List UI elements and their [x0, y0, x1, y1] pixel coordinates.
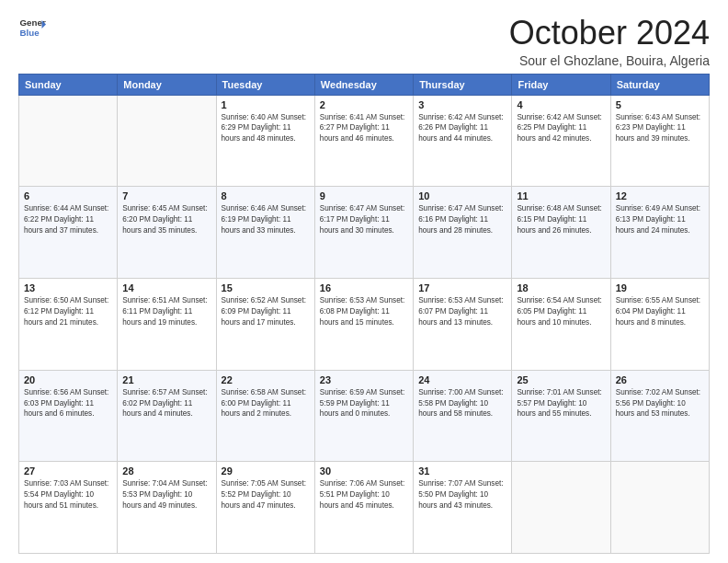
calendar-cell: 7Sunrise: 6:45 AM Sunset: 6:20 PM Daylig… — [118, 187, 216, 279]
logo-icon: General Blue — [18, 15, 46, 42]
calendar-cell: 16Sunrise: 6:53 AM Sunset: 6:08 PM Dayli… — [314, 278, 413, 370]
calendar-cell — [610, 462, 709, 554]
calendar-header-row: Sunday Monday Tuesday Wednesday Thursday… — [19, 74, 710, 95]
day-number: 21 — [122, 374, 210, 385]
calendar-cell: 11Sunrise: 6:48 AM Sunset: 6:15 PM Dayli… — [512, 187, 610, 279]
svg-text:Blue: Blue — [20, 28, 40, 38]
day-info: Sunrise: 6:44 AM Sunset: 6:22 PM Dayligh… — [24, 203, 112, 236]
day-info: Sunrise: 6:42 AM Sunset: 6:26 PM Dayligh… — [418, 112, 506, 145]
calendar-cell: 13Sunrise: 6:50 AM Sunset: 6:12 PM Dayli… — [19, 278, 118, 370]
day-number: 2 — [320, 99, 408, 110]
calendar-week-row: 13Sunrise: 6:50 AM Sunset: 6:12 PM Dayli… — [19, 278, 710, 370]
day-number: 10 — [418, 190, 506, 201]
day-number: 1 — [222, 99, 310, 110]
calendar-cell: 24Sunrise: 7:00 AM Sunset: 5:58 PM Dayli… — [414, 370, 512, 462]
calendar-cell: 23Sunrise: 6:59 AM Sunset: 5:59 PM Dayli… — [314, 370, 413, 462]
header-sunday: Sunday — [19, 74, 118, 95]
calendar-cell: 8Sunrise: 6:46 AM Sunset: 6:19 PM Daylig… — [216, 187, 314, 279]
calendar-cell: 17Sunrise: 6:53 AM Sunset: 6:07 PM Dayli… — [414, 278, 512, 370]
day-info: Sunrise: 6:59 AM Sunset: 5:59 PM Dayligh… — [320, 387, 408, 420]
calendar-cell: 3Sunrise: 6:42 AM Sunset: 6:26 PM Daylig… — [414, 95, 512, 187]
day-info: Sunrise: 7:03 AM Sunset: 5:54 PM Dayligh… — [24, 478, 112, 511]
day-number: 24 — [418, 374, 506, 385]
day-number: 25 — [517, 374, 605, 385]
subtitle: Sour el Ghozlane, Bouira, Algeria — [509, 53, 710, 68]
day-number: 28 — [122, 465, 210, 477]
main-title: October 2024 — [509, 15, 710, 52]
day-number: 8 — [222, 190, 310, 201]
calendar-week-row: 27Sunrise: 7:03 AM Sunset: 5:54 PM Dayli… — [19, 462, 710, 554]
title-block: October 2024 Sour el Ghozlane, Bouira, A… — [509, 15, 710, 68]
calendar-cell: 25Sunrise: 7:01 AM Sunset: 5:57 PM Dayli… — [512, 370, 610, 462]
header-monday: Monday — [118, 74, 216, 95]
day-info: Sunrise: 6:51 AM Sunset: 6:11 PM Dayligh… — [122, 295, 210, 328]
day-info: Sunrise: 6:42 AM Sunset: 6:25 PM Dayligh… — [517, 112, 605, 145]
calendar-cell: 15Sunrise: 6:52 AM Sunset: 6:09 PM Dayli… — [216, 278, 314, 370]
day-info: Sunrise: 6:58 AM Sunset: 6:00 PM Dayligh… — [222, 387, 310, 420]
day-info: Sunrise: 6:47 AM Sunset: 6:16 PM Dayligh… — [418, 203, 506, 236]
day-info: Sunrise: 6:53 AM Sunset: 6:07 PM Dayligh… — [418, 295, 506, 328]
calendar-cell — [512, 462, 610, 554]
header-friday: Friday — [512, 74, 610, 95]
calendar-cell: 2Sunrise: 6:41 AM Sunset: 6:27 PM Daylig… — [314, 95, 413, 187]
calendar-cell: 29Sunrise: 7:05 AM Sunset: 5:52 PM Dayli… — [216, 462, 314, 554]
calendar-cell: 26Sunrise: 7:02 AM Sunset: 5:56 PM Dayli… — [610, 370, 709, 462]
calendar-cell: 28Sunrise: 7:04 AM Sunset: 5:53 PM Dayli… — [118, 462, 216, 554]
calendar-cell: 27Sunrise: 7:03 AM Sunset: 5:54 PM Dayli… — [19, 462, 118, 554]
day-number: 27 — [24, 465, 112, 477]
day-number: 17 — [418, 282, 506, 293]
header-tuesday: Tuesday — [216, 74, 314, 95]
day-number: 13 — [24, 282, 112, 293]
calendar-week-row: 6Sunrise: 6:44 AM Sunset: 6:22 PM Daylig… — [19, 187, 710, 279]
day-info: Sunrise: 6:43 AM Sunset: 6:23 PM Dayligh… — [616, 112, 704, 145]
day-info: Sunrise: 6:45 AM Sunset: 6:20 PM Dayligh… — [122, 203, 210, 236]
calendar-cell: 1Sunrise: 6:40 AM Sunset: 6:29 PM Daylig… — [216, 95, 314, 187]
day-info: Sunrise: 6:40 AM Sunset: 6:29 PM Dayligh… — [222, 112, 310, 145]
day-number: 30 — [320, 465, 408, 477]
calendar-cell: 6Sunrise: 6:44 AM Sunset: 6:22 PM Daylig… — [19, 187, 118, 279]
day-info: Sunrise: 6:55 AM Sunset: 6:04 PM Dayligh… — [616, 295, 704, 328]
header: General Blue October 2024 Sour el Ghozla… — [18, 15, 710, 68]
day-number: 3 — [418, 99, 506, 110]
day-number: 9 — [320, 190, 408, 201]
day-number: 31 — [418, 465, 506, 477]
calendar-cell: 21Sunrise: 6:57 AM Sunset: 6:02 PM Dayli… — [118, 370, 216, 462]
header-saturday: Saturday — [610, 74, 709, 95]
header-thursday: Thursday — [414, 74, 512, 95]
day-number: 18 — [517, 282, 605, 293]
day-info: Sunrise: 6:47 AM Sunset: 6:17 PM Dayligh… — [320, 203, 408, 236]
day-number: 12 — [616, 190, 704, 201]
calendar-cell: 10Sunrise: 6:47 AM Sunset: 6:16 PM Dayli… — [414, 187, 512, 279]
day-number: 15 — [222, 282, 310, 293]
day-info: Sunrise: 7:04 AM Sunset: 5:53 PM Dayligh… — [122, 478, 210, 511]
day-info: Sunrise: 6:57 AM Sunset: 6:02 PM Dayligh… — [122, 387, 210, 420]
header-wednesday: Wednesday — [314, 74, 413, 95]
calendar-cell: 5Sunrise: 6:43 AM Sunset: 6:23 PM Daylig… — [610, 95, 709, 187]
day-number: 16 — [320, 282, 408, 293]
calendar-cell: 19Sunrise: 6:55 AM Sunset: 6:04 PM Dayli… — [610, 278, 709, 370]
day-number: 6 — [24, 190, 112, 201]
day-info: Sunrise: 6:54 AM Sunset: 6:05 PM Dayligh… — [517, 295, 605, 328]
day-number: 14 — [122, 282, 210, 293]
day-number: 29 — [222, 465, 310, 477]
calendar-cell: 31Sunrise: 7:07 AM Sunset: 5:50 PM Dayli… — [414, 462, 512, 554]
calendar-cell — [19, 95, 118, 187]
calendar-cell: 18Sunrise: 6:54 AM Sunset: 6:05 PM Dayli… — [512, 278, 610, 370]
day-info: Sunrise: 7:07 AM Sunset: 5:50 PM Dayligh… — [418, 478, 506, 511]
calendar-cell: 14Sunrise: 6:51 AM Sunset: 6:11 PM Dayli… — [118, 278, 216, 370]
day-info: Sunrise: 6:53 AM Sunset: 6:08 PM Dayligh… — [320, 295, 408, 328]
day-info: Sunrise: 7:02 AM Sunset: 5:56 PM Dayligh… — [616, 387, 704, 420]
calendar-week-row: 20Sunrise: 6:56 AM Sunset: 6:03 PM Dayli… — [19, 370, 710, 462]
day-info: Sunrise: 6:56 AM Sunset: 6:03 PM Dayligh… — [24, 387, 112, 420]
day-info: Sunrise: 7:01 AM Sunset: 5:57 PM Dayligh… — [517, 387, 605, 420]
page: General Blue October 2024 Sour el Ghozla… — [0, 0, 728, 563]
day-number: 19 — [616, 282, 704, 293]
calendar-cell: 22Sunrise: 6:58 AM Sunset: 6:00 PM Dayli… — [216, 370, 314, 462]
calendar-cell: 20Sunrise: 6:56 AM Sunset: 6:03 PM Dayli… — [19, 370, 118, 462]
day-info: Sunrise: 6:49 AM Sunset: 6:13 PM Dayligh… — [616, 203, 704, 236]
day-info: Sunrise: 6:41 AM Sunset: 6:27 PM Dayligh… — [320, 112, 408, 145]
day-number: 5 — [616, 99, 704, 110]
calendar-cell: 30Sunrise: 7:06 AM Sunset: 5:51 PM Dayli… — [314, 462, 413, 554]
day-info: Sunrise: 6:52 AM Sunset: 6:09 PM Dayligh… — [222, 295, 310, 328]
day-info: Sunrise: 7:05 AM Sunset: 5:52 PM Dayligh… — [222, 478, 310, 511]
